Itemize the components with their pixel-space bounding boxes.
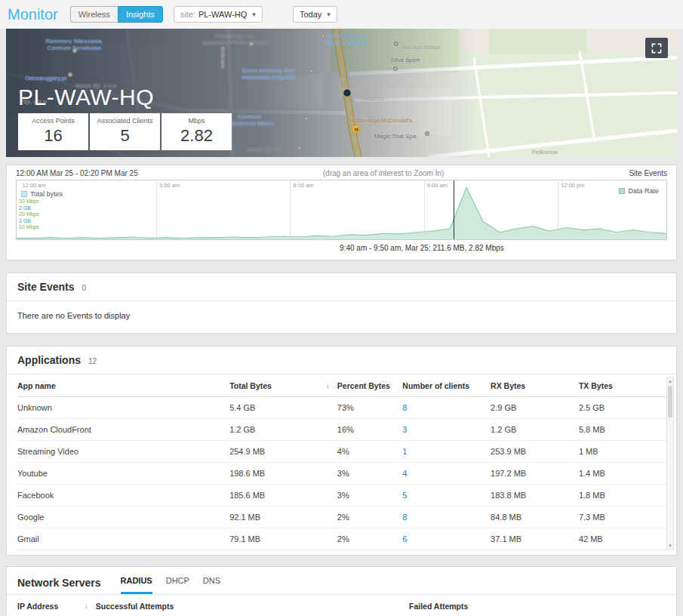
tab-radius[interactable]: RADIUS xyxy=(121,576,152,594)
view-toggle: Wireless Insights xyxy=(70,6,163,23)
x-axis-tick: 12:00 am xyxy=(22,182,45,189)
column-header-number-of-clients[interactable]: Number of clients xyxy=(402,374,491,397)
tx-bytes-cell: 42 MB xyxy=(579,528,670,550)
column-header-label: App name xyxy=(17,381,56,390)
site-marker-icon xyxy=(343,90,350,97)
chart-cursor[interactable] xyxy=(454,180,454,239)
column-header-tx-bytes[interactable]: TX Bytes xyxy=(579,374,670,397)
clients-count-link[interactable]: 8 xyxy=(402,513,407,522)
total-bytes-legend-label: Total bytes xyxy=(30,190,63,198)
applications-body: Unknown5.4 GB73%82.9 GB2.5 GBAmazon Clou… xyxy=(17,397,670,550)
insights-toggle-button[interactable]: Insights xyxy=(118,6,163,23)
y-axis-tick: 30 Mbps xyxy=(19,199,39,205)
usage-chart[interactable]: Total bytes 30 Mbps2 GB20 Mbps1 GB10 Mbp… xyxy=(16,180,667,240)
site-events-link[interactable]: Site Events xyxy=(629,169,667,177)
scroll-up-icon[interactable]: ▲ xyxy=(667,377,673,385)
column-header-label: RX Bytes xyxy=(491,381,525,390)
chart-area-path xyxy=(17,187,666,239)
network-servers-header-row: IP Address↓Successful AttemptsFailed Att… xyxy=(17,595,670,616)
app-name-cell: Gmail xyxy=(17,528,229,550)
number-of-clients-cell: 8 xyxy=(402,397,491,419)
rx-bytes-cell: 37.1 MB xyxy=(491,528,579,550)
mcdonalds-marker-icon xyxy=(352,125,361,133)
network-servers-table: IP Address↓Successful AttemptsFailed Att… xyxy=(17,595,670,616)
tab-dns[interactable]: DNS xyxy=(203,576,220,594)
application-row[interactable]: Streaming Video254.9 MB4%1253.9 MB1 MB xyxy=(17,441,670,463)
application-row[interactable]: Youtube198.6 MB3%4197.2 MB1.4 MB xyxy=(17,463,670,485)
total-bytes-cell: 185.6 MB xyxy=(229,485,337,507)
column-header-total-bytes[interactable]: Total Bytes↓ xyxy=(229,374,337,397)
map-pin-icon xyxy=(393,66,398,71)
rx-bytes-cell: 2.9 GB xyxy=(491,397,579,419)
site-events-card: Site Events 0 There are no Events to dis… xyxy=(6,273,677,334)
number-of-clients-cell: 8 xyxy=(402,507,491,528)
map-stat-card[interactable]: Mbps2.82 xyxy=(162,113,232,150)
map-pin-icon xyxy=(297,146,302,150)
chevron-down-icon: ▾ xyxy=(252,11,256,18)
scrollbar-thumb[interactable] xyxy=(668,386,672,417)
fullscreen-button[interactable] xyxy=(645,38,668,58)
fullscreen-icon xyxy=(651,42,663,54)
percent-bytes-cell: 73% xyxy=(337,397,403,419)
total-bytes-cell: 1.2 GB xyxy=(229,419,337,441)
map-pin-icon xyxy=(72,48,77,53)
column-header-label: Successful Attempts xyxy=(96,602,174,611)
site-map[interactable]: Remmers Warszawa, Centrum SerwisoweKości… xyxy=(6,29,677,157)
clients-count-link[interactable]: 4 xyxy=(402,469,407,478)
timeline-card: 12:00 AM Mar 25 - 02:20 PM Mar 25 (drag … xyxy=(6,165,677,260)
wireless-toggle-button[interactable]: Wireless xyxy=(70,6,118,23)
x-axis-tick: 3:00 am xyxy=(159,182,180,189)
site-events-count: 0 xyxy=(82,284,86,292)
tx-bytes-cell: 2.5 GB xyxy=(579,397,670,419)
application-row[interactable]: Google92.1 MB2%884.8 MB7.3 MB xyxy=(17,507,670,528)
map-pin-icon xyxy=(321,33,325,38)
column-header-ip-address[interactable]: IP Address↓ xyxy=(17,595,96,616)
column-header-percent-bytes[interactable]: Percent Bytes xyxy=(337,374,403,397)
application-row[interactable]: Unknown5.4 GB73%82.9 GB2.5 GB xyxy=(17,397,670,419)
applications-table: App nameTotal Bytes↓Percent BytesNumber … xyxy=(17,374,670,550)
sort-desc-icon[interactable]: ↓ xyxy=(326,381,330,390)
y-axis-tick: 2 GB xyxy=(19,205,39,212)
rx-bytes-cell: 84.8 MB xyxy=(491,507,579,528)
y-axis-tick: 10 Mbps xyxy=(19,224,39,231)
map-pin-icon xyxy=(249,42,254,46)
clients-count-link[interactable]: 5 xyxy=(402,491,407,500)
chevron-down-icon: ▾ xyxy=(327,11,331,18)
tx-bytes-cell: 1.4 MB xyxy=(579,463,670,485)
application-row[interactable]: Gmail79.1 MB2%637.1 MB42 MB xyxy=(17,528,670,550)
clients-count-link[interactable]: 1 xyxy=(402,447,407,456)
applications-scrollbar[interactable]: ▲ ▼ xyxy=(666,377,674,550)
map-stat-card[interactable]: Associated Clients5 xyxy=(90,113,160,150)
application-row[interactable]: Facebook185.6 MB3%5183.8 MB1.8 MB xyxy=(17,485,670,507)
map-stat-card[interactable]: Access Points16 xyxy=(18,113,88,150)
applications-card: Applications 12 App nameTotal Bytes↓Perc… xyxy=(6,346,677,556)
map-pin-icon xyxy=(309,69,314,73)
total-bytes-legend[interactable]: Total bytes xyxy=(21,190,63,198)
time-filter-dropdown[interactable]: Today ▾ xyxy=(293,6,337,23)
site-dropdown[interactable]: site: PL-WAW-HQ ▾ xyxy=(174,6,263,23)
sort-desc-icon[interactable]: ↓ xyxy=(85,602,88,610)
applications-header: Applications 12 xyxy=(7,346,676,374)
scroll-down-icon[interactable]: ▼ xyxy=(667,542,673,550)
tab-dhcp[interactable]: DHCP xyxy=(166,576,189,594)
chart-tooltip: 9:40 am - 9:50 am, Mar 25: 211.6 MB, 2.8… xyxy=(7,240,676,257)
stat-value: 16 xyxy=(21,126,85,146)
page-title: Monitor xyxy=(8,6,58,23)
percent-bytes-cell: 2% xyxy=(337,507,403,528)
x-axis-tick: 12:00 pm xyxy=(561,182,584,189)
column-header-successful-attempts[interactable]: Successful Attempts xyxy=(96,595,409,616)
clients-count-link[interactable]: 8 xyxy=(402,403,407,412)
column-header-failed-attempts[interactable]: Failed Attempts xyxy=(409,595,670,616)
data-rate-legend[interactable]: Data Rate xyxy=(619,187,659,195)
column-header-app-name[interactable]: App name xyxy=(17,374,229,397)
stat-label: Access Points xyxy=(21,117,85,125)
tx-bytes-cell: 5.8 MB xyxy=(579,419,670,441)
stat-label: Associated Clients xyxy=(93,117,157,125)
site-events-header: Site Events 0 xyxy=(7,273,676,301)
column-header-rx-bytes[interactable]: RX Bytes xyxy=(491,374,579,397)
number-of-clients-cell: 4 xyxy=(402,463,491,485)
clients-count-link[interactable]: 6 xyxy=(402,534,407,544)
network-servers-tabs: RADIUSDHCPDNS xyxy=(121,576,221,594)
clients-count-link[interactable]: 3 xyxy=(402,425,407,434)
application-row[interactable]: Amazon CloudFront1.2 GB16%31.2 GB5.8 MB xyxy=(17,419,670,441)
